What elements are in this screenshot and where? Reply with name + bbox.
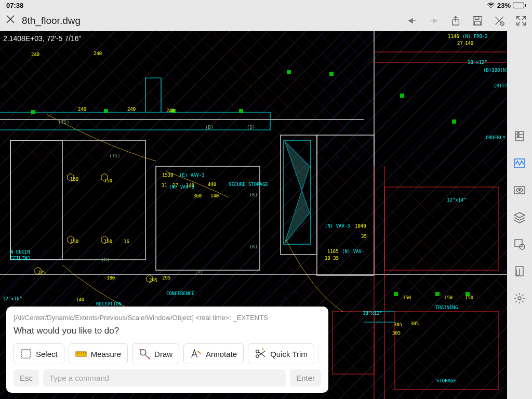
esc-key[interactable]: Esc	[14, 369, 39, 387]
command-input[interactable]	[43, 369, 286, 387]
file-name: 8th_floor.dwg	[22, 15, 81, 26]
svg-rect-11	[0, 31, 374, 161]
svg-rect-27	[31, 110, 35, 114]
status-bar: 07:38 23%	[0, 0, 532, 10]
svg-rect-60	[515, 240, 522, 247]
svg-rect-51	[515, 131, 524, 141]
svg-point-45	[140, 350, 146, 355]
command-panel: [All/Center/Dynamic/Extents/Previous/Sca…	[6, 307, 328, 393]
svg-point-49	[256, 355, 259, 358]
coordinate-readout: 2.1408E+03, 72'-5 7/16"	[3, 34, 82, 43]
title-bar: 8th_floor.dwg	[0, 10, 532, 31]
command-prompt: What would you like to do?	[14, 326, 321, 336]
svg-rect-3	[475, 17, 478, 20]
svg-rect-34	[452, 119, 456, 124]
drawing-canvas[interactable]: 2.1408E+03, 72'-5 7/16"	[0, 31, 507, 399]
settings-icon[interactable]	[513, 292, 526, 304]
tool-quick-trim[interactable]: Quick Trim	[248, 343, 314, 364]
blocks-icon[interactable]	[513, 130, 526, 142]
svg-rect-36	[435, 292, 440, 296]
right-toolbar	[507, 31, 532, 399]
svg-rect-28	[104, 109, 108, 113]
wifi-icon	[487, 2, 495, 8]
waveform-icon[interactable]	[513, 157, 526, 169]
svg-point-59	[519, 190, 521, 191]
annotate-icon	[190, 348, 202, 360]
tool-select[interactable]: Select	[14, 343, 64, 364]
enter-key[interactable]: Enter	[290, 369, 321, 387]
svg-rect-4	[475, 21, 481, 25]
fullscreen-icon[interactable]	[515, 15, 527, 26]
undo-icon[interactable]	[406, 15, 418, 26]
tool-annotate[interactable]: Annotate	[183, 343, 244, 364]
battery-icon	[513, 3, 526, 8]
close-icon[interactable]	[5, 14, 16, 28]
svg-rect-39	[76, 351, 86, 356]
ruler-icon	[75, 348, 87, 360]
svg-rect-38	[22, 350, 31, 358]
svg-rect-54	[517, 132, 519, 134]
scissors-icon	[255, 348, 266, 360]
svg-point-0	[490, 7, 491, 8]
svg-point-46	[149, 358, 150, 360]
visibility-icon[interactable]	[513, 184, 526, 196]
svg-rect-14	[322, 31, 507, 166]
svg-point-48	[256, 350, 259, 353]
share-icon[interactable]	[450, 15, 461, 26]
tool-draw[interactable]: Draw	[132, 343, 179, 364]
svg-rect-37	[466, 292, 470, 296]
tool-row: Select Measure Draw Annotate Quick Trim	[14, 343, 321, 364]
svg-rect-29	[171, 109, 176, 113]
svg-point-63	[518, 297, 521, 300]
cross-measure-icon[interactable]	[494, 15, 505, 26]
tool-measure[interactable]: Measure	[69, 343, 128, 364]
save-icon[interactable]	[472, 15, 483, 26]
draw-icon	[139, 348, 150, 360]
svg-rect-55	[517, 136, 519, 137]
object-props-icon[interactable]	[513, 238, 526, 250]
attach-icon[interactable]	[513, 265, 526, 277]
redo-icon[interactable]	[428, 15, 440, 26]
svg-rect-30	[239, 109, 243, 113]
svg-rect-31	[287, 70, 291, 74]
svg-rect-33	[400, 94, 404, 98]
layers-icon[interactable]	[513, 211, 526, 223]
svg-rect-32	[329, 72, 334, 76]
tool-more[interactable]	[318, 343, 321, 364]
command-history: [All/Center/Dynamic/Extents/Previous/Sca…	[14, 314, 321, 322]
battery-percent: 23%	[497, 2, 511, 9]
svg-rect-35	[394, 292, 398, 296]
status-time: 07:38	[6, 2, 23, 9]
select-icon	[20, 348, 32, 360]
svg-point-47	[139, 349, 141, 350]
